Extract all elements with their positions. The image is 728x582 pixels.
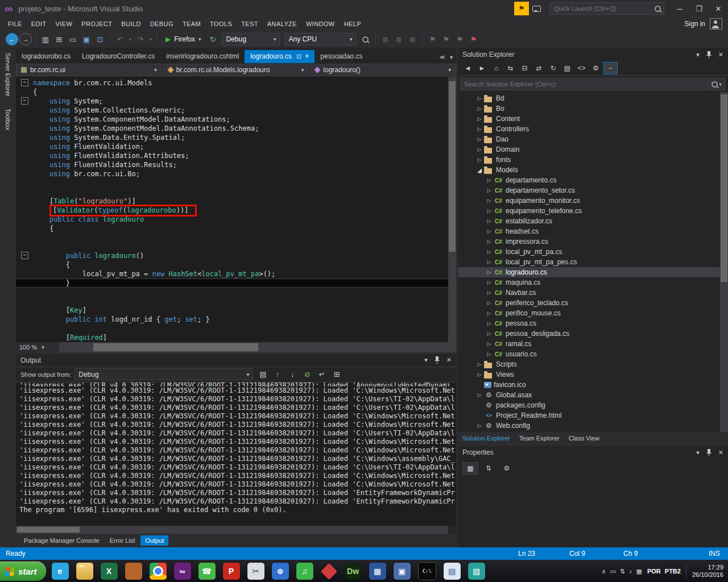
navigate-forward-button[interactable]: → xyxy=(19,33,32,45)
next-message-icon[interactable]: ↓ xyxy=(286,368,299,381)
start-button[interactable]: start xyxy=(0,562,46,581)
clear-all-icon[interactable]: ⊘ xyxy=(301,368,313,381)
next-bookmark-button[interactable]: ⚑ xyxy=(453,33,466,45)
tab-close-icon[interactable]: × xyxy=(305,52,309,60)
tree-item-packages.config[interactable]: ⚙packages.config xyxy=(458,400,728,410)
tree-item-bo[interactable]: ▷Bo xyxy=(458,103,728,114)
expand-arrow-icon[interactable]: ▷ xyxy=(485,228,494,234)
tree-item-pessoa.cs[interactable]: ▷C#pessoa.cs xyxy=(458,318,728,329)
tab-dock-icon[interactable]: ⊡ xyxy=(296,53,301,60)
globe-app-icon[interactable]: ⊕ xyxy=(272,563,289,580)
collapse-arrow-icon[interactable]: ◢ xyxy=(475,167,484,173)
outline-collapse-icon[interactable]: ≣ xyxy=(379,33,391,45)
expand-arrow-icon[interactable]: ▷ xyxy=(475,136,484,142)
forward-icon[interactable]: ► xyxy=(475,63,489,74)
tree-vertical-scrollbar[interactable] xyxy=(720,92,728,432)
expand-arrow-icon[interactable]: ▷ xyxy=(475,392,484,398)
expand-arrow-icon[interactable]: ▷ xyxy=(485,177,494,183)
member-dropdown[interactable]: logradouro() ▾ xyxy=(310,64,456,76)
menu-view[interactable]: VIEW xyxy=(51,20,77,27)
menu-tools[interactable]: TOOLS xyxy=(205,20,237,27)
tree-item-global.asax[interactable]: ▷⚙Global.asax xyxy=(458,390,728,400)
redo-caret-icon[interactable]: ▾ xyxy=(148,33,154,45)
switch-views-icon[interactable]: ⇆ xyxy=(504,63,517,74)
output-horizontal-scrollbar[interactable] xyxy=(16,526,448,534)
side-tab-server-explorer[interactable]: Server Explorer xyxy=(5,53,11,96)
alphabetical-sort-icon[interactable]: ⇅ xyxy=(481,462,497,475)
properties-icon[interactable]: ⚙ xyxy=(589,63,602,74)
fold-marker-icon[interactable]: − xyxy=(21,79,28,86)
tree-item-web.config[interactable]: ▷⚙Web.config xyxy=(458,421,728,431)
tree-item-controllers[interactable]: ▷Controllers xyxy=(458,124,728,134)
expand-arrow-icon[interactable]: ▷ xyxy=(485,188,494,193)
file-explorer-icon[interactable] xyxy=(76,563,93,580)
outline-comment-icon[interactable]: ≣ xyxy=(406,33,419,45)
red-diamond-app-icon[interactable] xyxy=(320,563,337,580)
minimize-button[interactable]: ─ xyxy=(670,1,689,16)
expand-arrow-icon[interactable]: ▷ xyxy=(475,361,484,367)
photos-app-icon[interactable]: ▣ xyxy=(394,563,411,580)
tree-item-usuario.cs[interactable]: ▷C#usuario.cs xyxy=(458,349,728,359)
network-tray-icon[interactable]: ⇅ xyxy=(620,568,625,575)
tree-item-maquina.cs[interactable]: ▷C#maquina.cs xyxy=(458,277,728,288)
tab-list-icon[interactable]: ▾ xyxy=(450,54,453,60)
pin-icon[interactable] xyxy=(435,356,440,364)
editor-tab-pessoadao.cs[interactable]: pessoadao.cs xyxy=(315,50,368,63)
explorer-tab-solution-explorer[interactable]: Solution Explorer xyxy=(462,435,510,442)
dreamweaver-icon[interactable]: Dw xyxy=(345,563,362,580)
tree-item-equipamento_monitor.cs[interactable]: ▷C#equipamento_monitor.cs xyxy=(458,196,728,206)
tree-item-departamento.cs[interactable]: ▷C#departamento.cs xyxy=(458,175,728,185)
visual-studio-icon[interactable]: ∞ xyxy=(174,563,191,580)
expand-arrow-icon[interactable]: ▷ xyxy=(485,218,494,224)
window-position-icon[interactable]: ▾ xyxy=(696,449,700,456)
toggle-bookmark-button[interactable]: ⚑ xyxy=(426,33,439,45)
side-tab-toolbox[interactable]: Toolbox xyxy=(5,109,11,130)
output-log[interactable]: 'iisexpress.exe' (CLR v4.0.30319: /LM/W3… xyxy=(16,383,456,526)
close-panel-icon[interactable]: ✕ xyxy=(718,449,723,456)
expand-arrow-icon[interactable]: ▷ xyxy=(485,208,494,214)
close-panel-icon[interactable]: ✕ xyxy=(446,356,452,364)
expand-arrow-icon[interactable]: ▷ xyxy=(485,259,494,265)
taskbar-clock[interactable]: 17:29 26/10/2016 xyxy=(686,564,723,579)
window-position-icon[interactable]: ▾ xyxy=(696,51,700,59)
tree-item-departamento_setor.cs[interactable]: ▷C#departamento_setor.cs xyxy=(458,185,728,196)
expand-arrow-icon[interactable]: ▷ xyxy=(485,269,494,275)
tree-item-views[interactable]: ▷Views xyxy=(458,369,728,380)
pdf-reader-icon[interactable]: P xyxy=(223,563,240,580)
add-item-button[interactable]: ⊞ xyxy=(53,33,65,45)
show-all-files-icon[interactable]: ▤ xyxy=(561,63,574,74)
expand-arrow-icon[interactable]: ▷ xyxy=(485,290,494,296)
tree-item-bd[interactable]: ▷Bd xyxy=(458,93,728,103)
preview-selected-items-icon[interactable]: − xyxy=(603,62,618,74)
editor-tab-inserirlogradouro.cshtml[interactable]: inserirlogradouro.cshtml xyxy=(160,50,245,63)
restart-button[interactable]: ↻ xyxy=(206,33,219,45)
expand-arrow-icon[interactable]: ▷ xyxy=(475,116,484,122)
tree-item-project_readme.html[interactable]: <>Project_Readme.html xyxy=(458,410,728,421)
excel-icon[interactable]: X xyxy=(101,563,118,580)
menu-debug[interactable]: DEBUG xyxy=(146,20,178,27)
editor-horizontal-scrollbar[interactable] xyxy=(59,342,456,352)
expand-arrow-icon[interactable]: ▷ xyxy=(485,321,494,326)
image-viewer-icon[interactable]: ▧ xyxy=(468,563,485,580)
tree-item-dao[interactable]: ▷Dao xyxy=(458,134,728,144)
command-prompt-icon[interactable]: C:\ xyxy=(418,562,436,580)
tree-item-navbar.cs[interactable]: ▷C#Navbar.cs xyxy=(458,288,728,298)
volume-tray-icon[interactable]: ♪ xyxy=(629,568,632,575)
user-avatar-icon[interactable] xyxy=(710,18,722,30)
property-pages-icon[interactable]: ⚙ xyxy=(499,462,515,475)
fold-marker-icon[interactable]: − xyxy=(21,252,28,259)
expand-arrow-icon[interactable]: ▷ xyxy=(485,341,494,347)
expand-arrow-icon[interactable]: ▷ xyxy=(475,147,484,152)
code-view-icon[interactable]: <> xyxy=(575,63,588,74)
back-icon[interactable]: ◄ xyxy=(461,63,474,74)
chrome-icon[interactable] xyxy=(150,563,167,580)
undo-button[interactable]: ↶ xyxy=(114,33,126,45)
expand-arrow-icon[interactable]: ▷ xyxy=(475,126,484,132)
menu-build[interactable]: BUILD xyxy=(117,20,145,27)
find-in-files-button[interactable] xyxy=(359,33,371,45)
tree-item-local_pv_mt_pa_pes.cs[interactable]: ▷C#local_pv_mt_pa_pes.cs xyxy=(458,257,728,267)
tree-item-fonts[interactable]: ▷fonts xyxy=(458,155,728,165)
internet-explorer-icon[interactable]: e xyxy=(52,563,69,580)
message-list-icon[interactable]: ▤ xyxy=(257,368,269,381)
expand-arrow-icon[interactable]: ▷ xyxy=(475,95,484,101)
